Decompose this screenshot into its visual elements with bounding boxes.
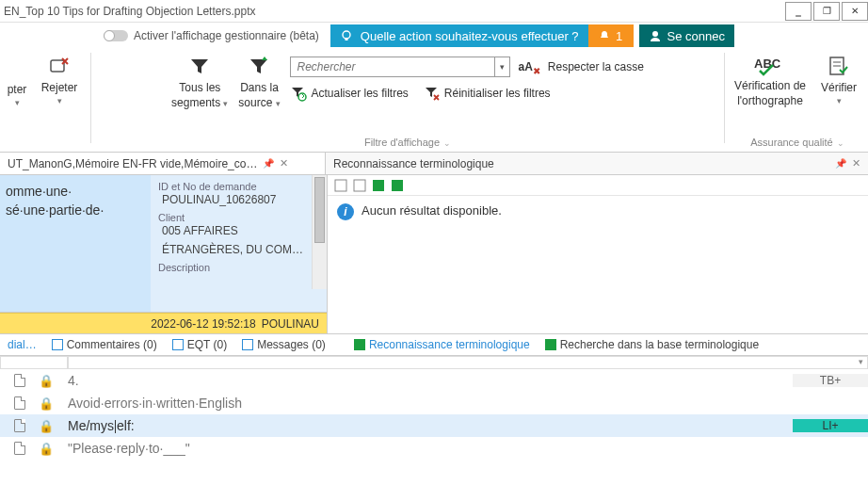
minimize-button[interactable]: ‗ xyxy=(785,2,812,21)
notification-button[interactable]: 1 xyxy=(588,24,634,47)
title-bar: EN_Top 10 Tips for Drafting Objection Le… xyxy=(0,0,868,23)
spellcheck-button[interactable]: ABC Vérification de l'orthographe xyxy=(732,53,808,107)
segment-source-text: Avoid·errors·in·written·English xyxy=(68,396,793,411)
term-body: i Aucun résultat disponible. xyxy=(328,196,868,333)
ribbon: pter ▾ Rejeter ▾ Tous les segments ▾ Dan… xyxy=(0,49,868,153)
term-toolbar xyxy=(328,175,868,196)
document-icon xyxy=(14,442,25,455)
term-no-result: Aucun résultat disponible. xyxy=(362,203,502,218)
filter-search-area: ▾ aA✖ Respecter la casse Actualiser les … xyxy=(290,53,643,102)
lock-icon: 🔒 xyxy=(39,374,54,388)
bottom-tab-strip: dial… Commentaires (0) EQT (0) Messages … xyxy=(0,333,868,356)
text-cursor xyxy=(115,420,116,433)
tm-status-bar: 2022-06-12 19:52:18 POULINAU xyxy=(0,313,327,333)
sign-in-button[interactable]: Se connec xyxy=(639,24,734,47)
term-pane-header-tab: Reconnaissance terminologique 📌 ✕ xyxy=(326,153,868,174)
tm-metadata: ID et No de demande POULINAU_10626807 Cl… xyxy=(151,175,327,312)
term-tool-2[interactable] xyxy=(352,178,367,193)
tm-result-area: omme·une· sé·une·partie·de· ID et No de … xyxy=(0,175,327,313)
ribbon-group-accept-reject: pter ▾ Rejeter ▾ xyxy=(0,49,88,152)
comments-icon xyxy=(52,339,63,350)
svg-rect-3 xyxy=(51,60,64,72)
close-button[interactable]: ✕ xyxy=(842,2,868,21)
lock-icon: 🔒 xyxy=(39,396,54,411)
search-dropdown-icon[interactable]: ▾ xyxy=(494,57,509,76)
all-segments-button[interactable]: Tous les segments ▾ xyxy=(171,53,228,109)
reject-icon xyxy=(47,55,72,79)
tab-comments[interactable]: Commentaires (0) xyxy=(44,334,165,355)
tm-user: POULINAU xyxy=(262,317,319,331)
svg-point-2 xyxy=(652,31,658,37)
document-tabs: UT_ManonG,Mémoire EN-FR vide,Mémoire_co…… xyxy=(0,153,868,175)
term-pane-title: Reconnaissance terminologique xyxy=(333,157,494,170)
accept-button-partial[interactable]: pter ▾ xyxy=(6,53,28,107)
svg-rect-8 xyxy=(354,180,365,191)
pin-icon[interactable]: 📌 xyxy=(835,158,846,169)
bell-icon xyxy=(599,30,610,41)
tb-tag: TB+ xyxy=(793,374,868,387)
tell-me-bar: Quelle action souhaitez-vous effectuer ?… xyxy=(330,24,734,47)
ribbon-group-qa: ABC Vérification de l'orthographe Vérifi… xyxy=(727,49,868,152)
qa-group-label: Assurance qualité xyxy=(750,135,844,152)
segment-source-text: Me/myself: xyxy=(68,418,793,433)
eqt-icon xyxy=(172,339,184,350)
tab-termbase-search[interactable]: Recherche dans la base terminologique xyxy=(538,334,766,355)
term-tool-3[interactable] xyxy=(371,178,386,193)
tm-timestamp: 2022-06-12 19:52:18 xyxy=(151,317,255,331)
refresh-filters-button[interactable]: Actualiser les filtres xyxy=(290,85,408,102)
term-tool-4[interactable] xyxy=(390,178,405,193)
chevron-down-icon[interactable]: ▾ xyxy=(859,357,863,366)
messages-icon xyxy=(242,339,253,350)
funnel-reset-icon xyxy=(424,85,441,102)
manager-view-toggle[interactable] xyxy=(104,30,128,41)
in-source-button[interactable]: Dans la source ▾ xyxy=(235,53,282,109)
notification-count: 1 xyxy=(616,29,622,43)
chevron-down-icon: ▾ xyxy=(15,98,20,107)
term-recognition-pane: i Aucun résultat disponible. xyxy=(328,175,868,333)
restore-button[interactable]: ❐ xyxy=(813,2,840,21)
funnel-icon xyxy=(187,55,212,79)
document-tab-label: UT_ManonG,Mémoire EN-FR vide,Mémoire_co… xyxy=(8,157,257,170)
help-bar: Activer l'affichage gestionnaire (bêta) … xyxy=(0,23,868,49)
svg-point-0 xyxy=(343,31,350,39)
document-tab[interactable]: UT_ManonG,Mémoire EN-FR vide,Mémoire_co…… xyxy=(0,153,326,174)
close-pane-icon[interactable]: ✕ xyxy=(852,157,860,170)
document-icon xyxy=(14,374,25,387)
reject-button[interactable]: Rejeter ▾ xyxy=(36,53,83,105)
chevron-down-icon: ▾ xyxy=(837,96,842,105)
vertical-scrollbar[interactable] xyxy=(312,175,327,289)
segment-editor: ▾ 🔒 4. TB+ 🔒 Avoid·errors·in·written·Eng… xyxy=(0,356,868,460)
filter-search-input[interactable] xyxy=(291,60,494,73)
scrollbar-thumb[interactable] xyxy=(314,177,325,243)
li-tag: LI+ xyxy=(793,419,868,432)
term-tool-1[interactable] xyxy=(333,178,348,193)
filter-search-box[interactable]: ▾ xyxy=(290,57,510,77)
match-case-button[interactable]: aA✖ Respecter la casse xyxy=(518,60,643,73)
document-icon xyxy=(14,419,25,432)
close-tab-icon[interactable]: ✕ xyxy=(280,157,288,170)
tab-messages[interactable]: Messages (0) xyxy=(234,334,333,355)
segment-row[interactable]: 🔒 "Please·reply·to·___" xyxy=(0,437,868,460)
tab-dial[interactable]: dial… xyxy=(0,334,44,355)
tm-segment-text: omme·une· sé·une·partie·de· xyxy=(0,175,151,312)
lock-icon: 🔒 xyxy=(39,419,54,433)
segment-row[interactable]: 🔒 Avoid·errors·in·written·English xyxy=(0,392,868,414)
reset-filters-button[interactable]: Réinitialiser les filtres xyxy=(424,85,551,102)
middle-split: omme·une· sé·une·partie·de· ID et No de … xyxy=(0,175,868,333)
segment-source-text: "Please·reply·to·___" xyxy=(68,441,793,456)
editor-header-row: ▾ xyxy=(0,356,868,369)
tab-eqt[interactable]: EQT (0) xyxy=(165,334,234,355)
lightbulb-icon xyxy=(340,29,353,42)
svg-rect-7 xyxy=(335,180,346,191)
pin-icon[interactable]: 📌 xyxy=(263,158,274,169)
tab-term-recognition[interactable]: Reconnaissance terminologique xyxy=(346,334,538,355)
tell-me-box[interactable]: Quelle action souhaitez-vous effectuer ? xyxy=(330,24,588,47)
tell-me-text: Quelle action souhaitez-vous effectuer ? xyxy=(361,29,579,43)
segment-row[interactable]: 🔒 4. TB+ xyxy=(0,369,868,392)
info-icon: i xyxy=(337,203,354,220)
svg-rect-10 xyxy=(392,180,403,191)
verify-button[interactable]: Vérifier ▾ xyxy=(815,53,862,105)
svg-rect-1 xyxy=(345,38,347,40)
term-search-icon xyxy=(545,339,556,350)
segment-row-selected[interactable]: 🔒 Me/myself: LI+ xyxy=(0,414,868,437)
